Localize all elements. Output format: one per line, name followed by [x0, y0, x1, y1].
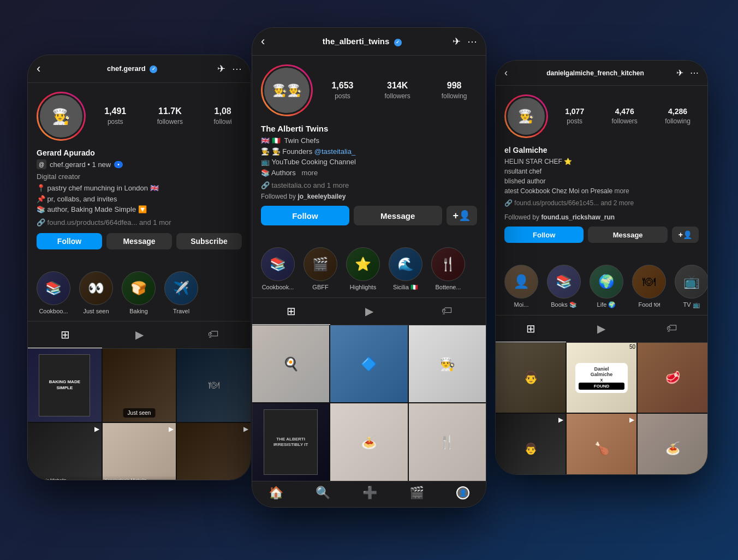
- left-link[interactable]: 🔗 found.us/products/664dfea... and 1 mor: [37, 218, 242, 227]
- center-nav-reels[interactable]: 🎬: [409, 486, 424, 500]
- left-grid-item-2[interactable]: Just seen: [103, 349, 176, 422]
- left-tab-tagged[interactable]: 🏷: [176, 321, 251, 348]
- center-stat-followers[interactable]: 314K followers: [384, 81, 410, 100]
- right-found-logo: FOUND: [579, 383, 624, 390]
- right-send-icon[interactable]: ✈: [676, 68, 683, 78]
- left-grid-item-6[interactable]: ▶ "accidental" hid...bar: [177, 423, 251, 480]
- center-back-button[interactable]: ‹: [261, 34, 265, 49]
- right-back-button[interactable]: ‹: [504, 67, 508, 79]
- right-grid-item-2[interactable]: Daniel Galmiche x FOUND 50: [567, 343, 636, 413]
- right-link[interactable]: 🔗 found.us/products/66e1c45... and 2 mor…: [504, 199, 699, 207]
- left-just-seen-badge: Just seen: [123, 408, 156, 418]
- left-grid-item-1[interactable]: BAKING MADESIMPLE: [28, 349, 102, 422]
- right-tab-grid[interactable]: ⊞: [496, 315, 566, 342]
- left-send-icon[interactable]: ✈: [217, 63, 225, 75]
- right-following-num: 4,286: [665, 107, 691, 116]
- left-message-button[interactable]: Message: [106, 233, 172, 249]
- center-grid-item-2[interactable]: 🔷: [330, 325, 407, 402]
- center-avatar: 👨‍🍳👨‍🍳: [263, 66, 311, 115]
- right-found-text-1: Daniel: [579, 366, 624, 372]
- center-grid-item-1[interactable]: 🍳: [252, 325, 329, 402]
- left-back-button[interactable]: ‹: [37, 62, 40, 76]
- right-highlight-2[interactable]: 📚 Books 📚: [547, 265, 581, 308]
- center-bottom-nav: 🏠 🔍 ➕ 🎬 👤: [252, 481, 486, 508]
- right-grid-item-5[interactable]: ▶ 🍗: [567, 414, 636, 475]
- phone-center: ‹ the_alberti_twins ✓ ✈ ⋯ 👨‍🍳👨‍🍳 1,653 p…: [252, 27, 486, 508]
- right-highlight-5[interactable]: 📺 TV 📺: [675, 265, 707, 308]
- left-highlight-3[interactable]: 🍞 Baking: [122, 271, 156, 314]
- left-subscribe-button[interactable]: Subscribe: [176, 233, 242, 249]
- center-username: the_alberti_twins ✓: [271, 37, 453, 46]
- center-tab-grid[interactable]: ⊞: [252, 298, 330, 325]
- center-grid-item-3[interactable]: 👨‍🍳: [409, 325, 486, 402]
- center-grid-3-content: 👨‍🍳: [439, 356, 455, 372]
- center-highlight-4[interactable]: 🌊 Sicilia 🇮🇹: [389, 247, 422, 291]
- center-more-icon[interactable]: ⋯: [467, 35, 477, 47]
- right-highlight-label-2: Books 📚: [551, 301, 577, 308]
- center-highlight-1[interactable]: 📚 Cookbook...: [261, 247, 295, 291]
- center-add-friend-button[interactable]: +👤: [447, 206, 478, 225]
- left-header: ‹ chef.gerard ✓ ✈ ⋯: [28, 55, 251, 83]
- center-nav-profile[interactable]: 👤: [456, 486, 469, 499]
- center-grid-item-4[interactable]: THE ALBERTIIRRESISTIBLY IT: [252, 403, 329, 480]
- center-avatar-ring[interactable]: 👨‍🍳👨‍🍳: [261, 64, 313, 116]
- right-more-icon[interactable]: ⋯: [690, 68, 699, 78]
- left-grid-item-3[interactable]: 🍽: [177, 349, 251, 422]
- left-grid-icon: ⊞: [61, 328, 70, 341]
- right-stat-following[interactable]: 4,286 following: [665, 107, 691, 126]
- right-avatar-ring[interactable]: 👨‍🍳: [504, 94, 548, 138]
- center-grid-1-content: 🍳: [283, 356, 299, 372]
- center-send-icon[interactable]: ✈: [453, 35, 461, 47]
- center-stat-following[interactable]: 998 following: [442, 81, 467, 100]
- left-highlight-2[interactable]: 👀 Just seen: [79, 271, 113, 314]
- left-stat-followers[interactable]: 11.7K followers: [157, 106, 183, 126]
- center-tab-tagged[interactable]: 🏷: [408, 298, 486, 325]
- right-grid-item-4[interactable]: ▶ 👨: [496, 414, 566, 475]
- left-highlight-4[interactable]: ✈️ Travel: [164, 271, 198, 314]
- left-grid-item-5[interactable]: ▶ Kensington's Michelin-starred set lunc…: [103, 423, 176, 480]
- left-video-icon-6: ▶: [243, 425, 248, 433]
- left-avatar-ring[interactable]: 👨‍🍳: [37, 92, 86, 141]
- center-tab-reels[interactable]: ▶: [330, 298, 408, 325]
- right-grid-item-1[interactable]: 👨: [496, 343, 566, 413]
- left-tab-grid[interactable]: ⊞: [28, 321, 102, 348]
- center-grid-item-6[interactable]: 🍴: [409, 403, 486, 480]
- right-message-button[interactable]: Message: [588, 227, 667, 243]
- right-bio: HELIN STAR CHEF ⭐ nsultant chef blished …: [504, 157, 699, 196]
- right-follow-button[interactable]: Follow: [504, 227, 584, 243]
- center-follow-button[interactable]: Follow: [261, 206, 349, 225]
- center-highlight-3[interactable]: ⭐ Highlights: [346, 247, 380, 291]
- left-highlight-1[interactable]: 📚 Cookboo...: [37, 271, 70, 314]
- left-tab-reels[interactable]: ▶: [102, 321, 176, 348]
- right-highlight-4[interactable]: 🍽 Food 🍽: [632, 265, 666, 308]
- center-nav-home[interactable]: 🏠: [269, 486, 283, 500]
- center-highlight-5[interactable]: 🍴 Bottene...: [431, 247, 465, 291]
- right-tab-tagged[interactable]: 🏷: [637, 315, 707, 342]
- right-highlight-circle-5: 📺: [675, 265, 707, 299]
- center-book-title: THE ALBERTIIRRESISTIBLY IT: [273, 437, 308, 448]
- right-add-friend-button[interactable]: +👤: [672, 227, 699, 243]
- center-nav-search[interactable]: 🔍: [316, 486, 330, 500]
- right-tab-reels[interactable]: ▶: [566, 315, 636, 342]
- left-followers-num: 11.7K: [157, 106, 183, 116]
- left-posts-label: posts: [108, 118, 123, 126]
- center-link[interactable]: 🔗 tasteitalia.co and 1 more: [261, 181, 477, 189]
- right-highlight-3[interactable]: 🌍 Life 🌍: [590, 265, 623, 308]
- right-grid-item-3[interactable]: 🥩: [638, 343, 707, 413]
- center-grid-item-5[interactable]: 🍝: [330, 403, 407, 480]
- right-stat-followers[interactable]: 4,476 followers: [611, 107, 637, 126]
- left-more-icon[interactable]: ⋯: [232, 63, 242, 75]
- left-grid-item-4[interactable]: ▶ Chelsea's Michelin-starred set lunchin…: [28, 423, 102, 480]
- center-message-button[interactable]: Message: [354, 206, 442, 225]
- left-stat-following[interactable]: 1,08 followi: [213, 106, 231, 126]
- center-highlight-2[interactable]: 🎬 GBFF: [303, 247, 337, 291]
- right-grid-6-content: 🍝: [665, 442, 680, 456]
- left-threads-row: @ chef.gerard • 1 new •: [37, 159, 242, 169]
- center-nav-add[interactable]: ➕: [362, 486, 377, 500]
- center-reels-icon: ▶: [365, 305, 373, 318]
- left-follow-button[interactable]: Follow: [37, 233, 102, 249]
- right-grid-item-6[interactable]: 🍝: [638, 414, 707, 475]
- center-search-icon: 🔍: [316, 486, 330, 500]
- left-stat-posts: 1,491 posts: [104, 106, 126, 126]
- right-highlight-1[interactable]: 👤 Moi...: [504, 265, 538, 308]
